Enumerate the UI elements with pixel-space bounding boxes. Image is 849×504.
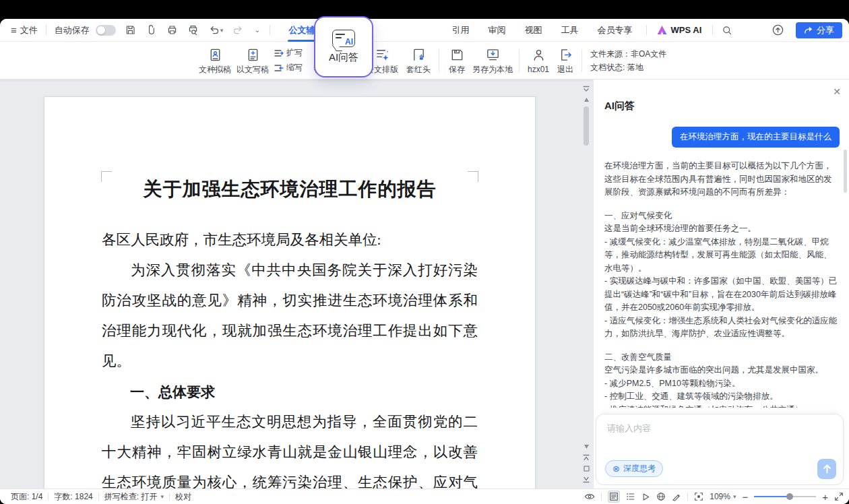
previous-page-icon[interactable] [579, 452, 593, 463]
eye-icon [584, 493, 595, 501]
statusbar-right: 109% ▾ − + [584, 491, 844, 503]
page-view-button[interactable] [608, 491, 620, 503]
ai-input[interactable] [607, 422, 832, 449]
divider [519, 49, 520, 72]
doc-draft-icon [208, 47, 223, 63]
wps-ai-button[interactable]: WPS AI [651, 25, 709, 35]
doc-status-row: 文档状态: 落地 [590, 61, 666, 74]
clip-button[interactable] [141, 19, 162, 42]
deep-think-button[interactable]: ⊗ 深度思考 [605, 460, 663, 477]
tab-huiyuan[interactable]: 会员专享 [588, 19, 642, 42]
print-button[interactable] [162, 19, 183, 42]
hamburger-icon: ≡ [11, 24, 17, 36]
wps-ai-label: WPS AI [671, 25, 702, 35]
close-icon[interactable]: ✕ [830, 84, 844, 100]
expand-text-icon [274, 49, 284, 57]
browse-object-icon[interactable] [579, 463, 593, 474]
status-bar: 页面: 1/4 字数: 1824 拼写检查: 打开 ▾ 校对 [0, 489, 849, 504]
tab-gongju[interactable]: 工具 [552, 19, 588, 42]
autosave-label: 自动保存 [55, 24, 90, 36]
zoom-level-value: 109% [710, 492, 730, 501]
divider [646, 25, 647, 35]
zoom-in-button[interactable]: + [822, 492, 828, 502]
ai-response-paragraph: - 减少PM2.5、PM10等颗粒物污染。 [604, 377, 840, 391]
ink-button[interactable] [672, 492, 681, 501]
eye-protect-button[interactable] [584, 493, 595, 501]
zoom-slider-knob[interactable] [786, 493, 793, 500]
exit-icon [558, 47, 573, 63]
red-header-stamp-icon [411, 47, 427, 63]
suoxie-button[interactable]: 缩写 [274, 62, 308, 73]
scroll-down-icon[interactable] [579, 441, 593, 452]
cloud-upload-button[interactable] [767, 19, 789, 42]
yiwen-xiegao-button[interactable]: 以文写稿 [235, 44, 270, 77]
send-button[interactable] [817, 459, 836, 479]
scrollbar-thumb[interactable] [584, 106, 589, 146]
autosave-toggle[interactable] [96, 25, 116, 36]
divider [712, 25, 713, 35]
file-source-value: 非OA文件 [631, 49, 666, 59]
more-commands-button[interactable]: ⌄ [249, 19, 265, 42]
undo-button[interactable]: ▾ [203, 19, 228, 42]
proofread-button[interactable]: 校对 [170, 491, 197, 503]
fullscreen-button[interactable] [834, 492, 844, 501]
document-scrollbar[interactable] [579, 80, 593, 489]
page-indicator[interactable]: 页面: 1/4 [5, 491, 48, 503]
play-view-button[interactable] [641, 493, 650, 501]
undo-caret-icon: ▾ [220, 27, 224, 34]
web-view-icon [656, 492, 666, 501]
word-count[interactable]: 字数: 1824 [49, 491, 98, 503]
web-view-button[interactable] [656, 492, 666, 501]
fit-page-button[interactable] [694, 492, 703, 501]
user-icon [531, 47, 546, 63]
autosave-control[interactable]: 自动保存 [51, 19, 120, 42]
main-menu-button[interactable]: ≡ 文件 [7, 19, 42, 42]
undo-icon [208, 24, 220, 36]
next-page-icon[interactable] [579, 474, 593, 484]
tuichu-button[interactable]: 退出 [555, 44, 576, 77]
ribbon-toolbar: 文种拟稿 以文写稿 扩写 缩写 [0, 42, 849, 80]
share-icon [804, 26, 813, 34]
tao-hongtou-button[interactable]: 套红头 [404, 44, 433, 77]
chevron-down-icon: ⌄ [254, 26, 260, 34]
zoom-slider[interactable] [754, 493, 816, 500]
document-paragraph: 坚持以习近平生态文明思想为指导，全面贯彻党的二十大精神，牢固树立绿水青山就是金山… [102, 407, 478, 489]
zoom-level-control[interactable]: 109% ▾ [710, 492, 736, 501]
tab-shenyue[interactable]: 审阅 [479, 19, 515, 42]
account-hzx01-button[interactable]: hzx01 [525, 44, 552, 77]
wenzhong-nigao-button[interactable]: 文种拟稿 [197, 44, 232, 77]
scroll-up-icon[interactable] [579, 94, 593, 105]
lingcun-bendi-button[interactable]: 另存为本地 [472, 44, 513, 77]
outline-view-button[interactable] [626, 492, 635, 501]
save-button[interactable] [120, 19, 141, 42]
fit-page-icon [694, 492, 703, 501]
divider [46, 25, 46, 35]
tab-shitu[interactable]: 视图 [515, 19, 552, 42]
doc-format-icon [375, 47, 390, 63]
document-page[interactable]: 关于加强生态环境治理工作的报告 各区人民政府，市生态环境局及各相关单位:为深入贯… [44, 96, 536, 489]
ai-response-paragraph [604, 341, 840, 351]
ai-response: 在环境治理方面，当前的主要目标可以概括为以下几个方面，这些目标在全球范围内具有普… [604, 160, 840, 408]
share-button[interactable]: 分享 [796, 22, 842, 38]
collapse-ruler-icon[interactable] [579, 84, 593, 94]
zoom-out-button[interactable]: − [742, 492, 748, 502]
baocun-button[interactable]: 保存 [445, 44, 469, 77]
spellcheck-control[interactable]: 拼写检查: 打开 ▾ [99, 491, 169, 503]
panel-scrollbar-thumb[interactable] [844, 150, 847, 193]
divider [601, 493, 602, 501]
redo-button[interactable] [228, 19, 249, 42]
ai-response-paragraph: - 推广清洁能源和绿色交通（如电动汽车、公共交通）。 [604, 404, 840, 408]
ai-qa-popup[interactable]: AI AI问答 [314, 16, 373, 77]
tab-yinyong[interactable]: 引用 [443, 19, 479, 42]
print-preview-button[interactable] [183, 19, 203, 42]
ai-icon-text: AI [345, 37, 353, 46]
kuoxie-button[interactable]: 扩写 [274, 47, 308, 59]
menubar-right: 分享 [767, 19, 842, 42]
wps-window: ≡ 文件 自动保存 [0, 19, 849, 504]
search-button[interactable] [717, 19, 737, 42]
ai-response-paragraph [604, 199, 840, 210]
document-paragraphs: 各区人民政府，市生态环境局及各相关单位:为深入贯彻落实《中共中央国务院关于深入打… [102, 225, 478, 489]
send-arrow-icon [823, 464, 831, 474]
save-icon [125, 24, 136, 36]
print-icon [166, 24, 178, 36]
